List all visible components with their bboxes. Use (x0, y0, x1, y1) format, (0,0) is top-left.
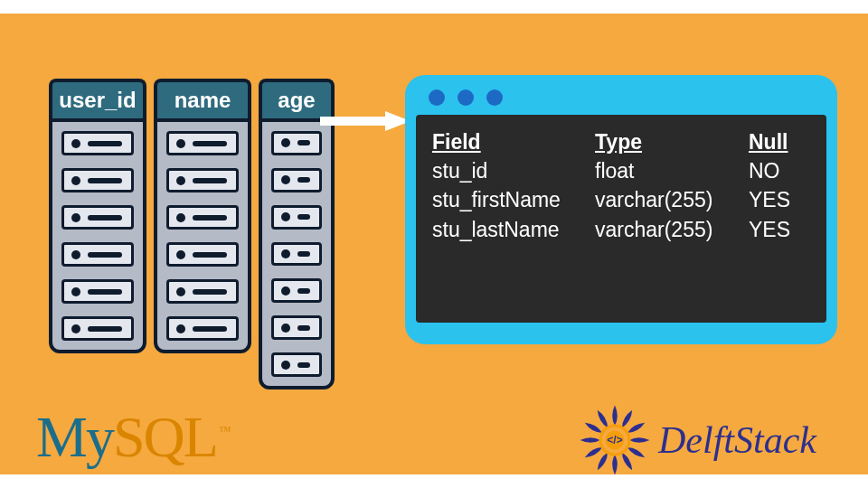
arrow-right-icon (320, 111, 410, 131)
cell-field: stu_firstName (432, 185, 595, 214)
row-slot (61, 131, 134, 155)
column-body (49, 118, 146, 353)
column-body (154, 118, 251, 353)
cell-null: NO (749, 156, 812, 185)
traffic-light-icon (429, 89, 445, 106)
mysql-logo-sql: SQL (113, 404, 217, 471)
row-slot (271, 352, 322, 377)
cell-field: stu_lastName (432, 215, 595, 244)
row-slot (271, 315, 322, 340)
svg-rect-0 (320, 117, 387, 126)
svg-text:</>: </> (607, 434, 622, 446)
describe-output-window: Field Type Null stu_id float NO stu_firs… (405, 75, 837, 344)
header-null: Null (749, 127, 812, 156)
table-row: stu_lastName varchar(255) YES (432, 215, 810, 244)
delftstack-logo: </> (579, 404, 816, 476)
table-header-row: Field Type Null (432, 127, 810, 156)
row-slot (61, 316, 134, 341)
delftstack-logo-text: DelftStack (658, 418, 816, 462)
cell-type: varchar(255) (595, 215, 749, 244)
row-slot (61, 279, 134, 304)
traffic-light-icon (458, 89, 474, 106)
cell-null: YES (749, 185, 812, 214)
orange-stage: user_id name (0, 14, 868, 474)
column-body (259, 118, 335, 389)
row-slot (61, 205, 134, 230)
row-slot (271, 278, 322, 303)
cell-null: YES (749, 215, 812, 244)
traffic-light-icon (486, 89, 503, 106)
db-columns-graphic: user_id name (49, 79, 335, 389)
row-slot (166, 242, 239, 267)
column-header: name (154, 79, 251, 118)
row-slot (166, 131, 239, 155)
row-slot (271, 205, 322, 230)
terminal-body: Field Type Null stu_id float NO stu_firs… (416, 115, 826, 323)
row-slot (166, 205, 239, 230)
mysql-logo-my: My (36, 404, 113, 471)
cell-field: stu_id (432, 156, 595, 185)
row-slot (166, 168, 239, 192)
column-name: name (154, 79, 251, 389)
header-field: Field (432, 127, 595, 156)
column-header: user_id (49, 79, 146, 118)
column-user-id: user_id (49, 79, 146, 389)
header-type: Type (595, 127, 749, 156)
row-slot (271, 242, 322, 267)
canvas: user_id name (0, 0, 868, 488)
table-row: stu_id float NO (432, 156, 810, 185)
mysql-logo-tm: ™ (219, 424, 231, 438)
window-titlebar (416, 86, 826, 115)
row-slot (271, 131, 322, 155)
mysql-logo: My SQL ™ (36, 404, 230, 471)
cell-type: float (595, 156, 749, 185)
table-row: stu_firstName varchar(255) YES (432, 185, 810, 214)
mandala-icon: </> (579, 404, 651, 476)
cell-type: varchar(255) (595, 185, 749, 214)
row-slot (166, 279, 239, 304)
row-slot (271, 168, 322, 192)
row-slot (61, 242, 134, 267)
row-slot (61, 168, 134, 192)
row-slot (166, 316, 239, 341)
